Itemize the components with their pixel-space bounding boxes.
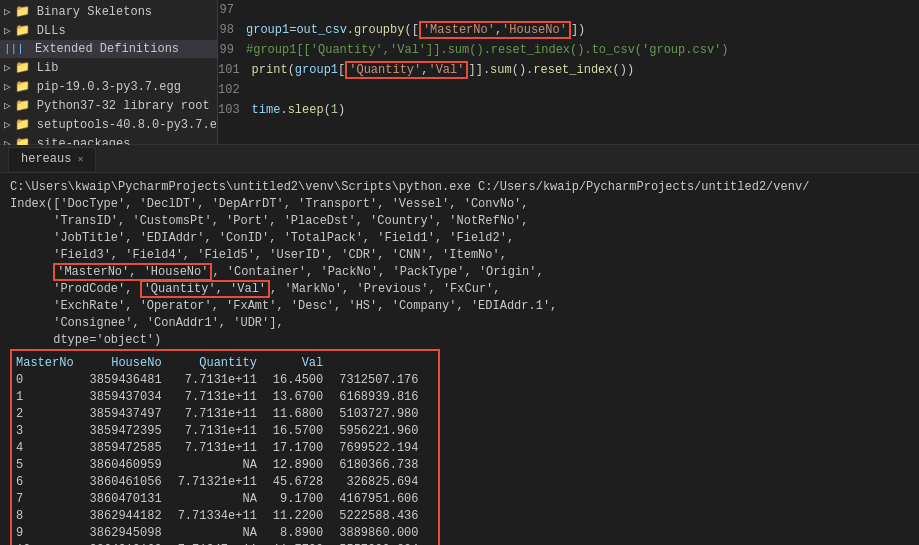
folder-color-icon-pip: 📁 <box>15 79 30 94</box>
table-row: 338594723957.7131e+1116.57005956221.960 <box>16 423 434 440</box>
folder-color-icon-dlls: 📁 <box>15 23 30 38</box>
folder-icon-lib: ▷ <box>4 61 11 74</box>
tab-close-button[interactable]: ✕ <box>77 153 83 165</box>
code-line-103: 103 time.sleep(1) <box>218 100 919 120</box>
sidebar-item-dlls[interactable]: ▷ 📁 DLLs <box>0 21 217 40</box>
table-row: 138594370347.7131e+1113.67006168939.816 <box>16 389 434 406</box>
table-row: 73860470131NA9.17004167951.606 <box>16 491 434 508</box>
terminal-line-7: 'Consignee', 'ConAddr1', 'UDR'], <box>10 315 909 332</box>
terminal-line-3: 'Field3', 'Field4', 'Field5', 'UserID', … <box>10 247 909 264</box>
folder-color-icon-python37: 📁 <box>15 98 30 113</box>
col-header-houseNo: HouseNo <box>90 355 178 372</box>
code-line-98: 98 group1=out_csv.groupby(['MasterNo','H… <box>218 20 919 40</box>
table-row: 238594374977.7131e+1111.68005103727.980 <box>16 406 434 423</box>
terminal-tab-hereaus[interactable]: hereaus ✕ <box>8 147 96 171</box>
sidebar-item-binary-skeletons[interactable]: ▷ 📁 Binary Skeletons <box>0 2 217 21</box>
folder-icon-dlls: ▷ <box>4 24 11 37</box>
terminal-line-2: 'JobTitle', 'EDIAddr', 'ConID', 'TotalPa… <box>10 230 909 247</box>
folder-color-icon-setuptools: 📁 <box>15 117 30 132</box>
terminal-path-line: C:\Users\kwaip\PycharmProjects\untitled2… <box>10 179 909 196</box>
data-table: MasterNo HouseNo Quantity Val 0385943648… <box>16 355 434 545</box>
sidebar-item-python37[interactable]: ▷ 📁 Python37-32 library root <box>0 96 217 115</box>
folder-color-icon: 📁 <box>15 4 30 19</box>
table-row: 038594364817.7131e+1116.45007312507.176 <box>16 372 434 389</box>
sidebar-item-setuptools[interactable]: ▷ 📁 setuptools-40.8.0-py3.7.egg libra <box>0 115 217 134</box>
terminal-line-4: 'MasterNo', 'HouseNo', 'Container', 'Pac… <box>10 264 909 281</box>
col-header-quantity: Quantity <box>178 355 273 372</box>
sidebar-item-lib[interactable]: ▷ 📁 Lib <box>0 58 217 77</box>
sidebar-item-pip[interactable]: ▷ 📁 pip-19.0.3-py3.7.egg <box>0 77 217 96</box>
code-line-99: 99 #group1[['Quantity','Val']].sum().res… <box>218 40 919 60</box>
table-row: 93862945098NA8.89003889860.000 <box>16 525 434 542</box>
col-header-val: Val <box>273 355 339 372</box>
folder-icon: ▷ <box>4 5 11 18</box>
folder-icon-pip: ▷ <box>4 80 11 93</box>
folder-color-icon-lib: 📁 <box>15 60 30 75</box>
code-line-101: 101 print(group1['Quantity','Val']].sum(… <box>218 60 919 80</box>
bar-icon: ||| <box>4 43 24 55</box>
terminal-line-1: 'TransID', 'CustomsPt', 'Port', 'PlaceDs… <box>10 213 909 230</box>
terminal-line-8: dtype='object') <box>10 332 909 349</box>
code-line-102: 102 <box>218 80 919 100</box>
table-row: 53860460959NA12.89006180366.738 <box>16 457 434 474</box>
table-row: 638604610567.71321e+1145.6728326825.694 <box>16 474 434 491</box>
terminal-index-line: Index(['DocType', 'DeclDT', 'DepArrDT', … <box>10 196 909 213</box>
terminal-line-5: 'ProdCode', 'Quantity', 'Val', 'MarkNo',… <box>10 281 909 298</box>
folder-icon-python37: ▷ <box>4 99 11 112</box>
sidebar-item-extended-definitions[interactable]: ||| Extended Definitions <box>0 40 217 58</box>
terminal-panel: hereaus ✕ C:\Users\kwaip\PycharmProjects… <box>0 145 919 545</box>
terminal-line-6: 'ExchRate', 'Operator', 'FxAmt', 'Desc',… <box>10 298 909 315</box>
sidebar: ▷ 📁 Binary Skeletons ▷ 📁 DLLs ||| Extend… <box>0 0 218 144</box>
table-header-row: MasterNo HouseNo Quantity Val <box>16 355 434 372</box>
terminal-tab-bar: hereaus ✕ <box>0 145 919 173</box>
code-editor[interactable]: 97 98 group1=out_csv.groupby(['MasterNo'… <box>218 0 919 144</box>
terminal-content[interactable]: C:\Users\kwaip\PycharmProjects\untitled2… <box>0 173 919 545</box>
code-line-97: 97 <box>218 0 919 20</box>
masterno-houseno-highlight: 'MasterNo', 'HouseNo' <box>53 263 212 281</box>
table-row: 438594725857.7131e+1117.17007699522.194 <box>16 440 434 457</box>
table-row: 838629441827.71334e+1111.22005222588.436 <box>16 508 434 525</box>
data-table-container: MasterNo HouseNo Quantity Val 0385943648… <box>10 349 440 545</box>
code-panel: ▷ 📁 Binary Skeletons ▷ 📁 DLLs ||| Extend… <box>0 0 919 145</box>
col-header-masterNo: MasterNo <box>16 355 90 372</box>
quantity-val-highlight: 'Quantity', 'Val' <box>140 280 270 298</box>
folder-icon-setuptools: ▷ <box>4 118 11 131</box>
